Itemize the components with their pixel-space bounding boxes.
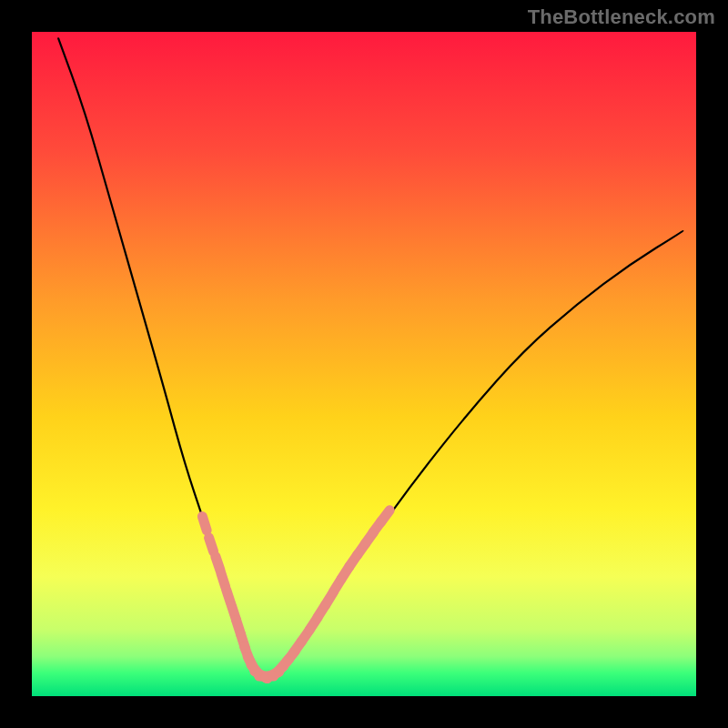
valley-dash bbox=[202, 517, 207, 531]
plot-background bbox=[32, 32, 696, 696]
valley-dash bbox=[381, 511, 390, 522]
valley-dash bbox=[209, 538, 214, 551]
chart-frame: TheBottleneck.com bbox=[0, 0, 728, 728]
chart-svg bbox=[0, 0, 728, 728]
valley-dash bbox=[221, 573, 226, 587]
attribution-text: TheBottleneck.com bbox=[528, 5, 715, 29]
valley-dash bbox=[216, 556, 220, 570]
